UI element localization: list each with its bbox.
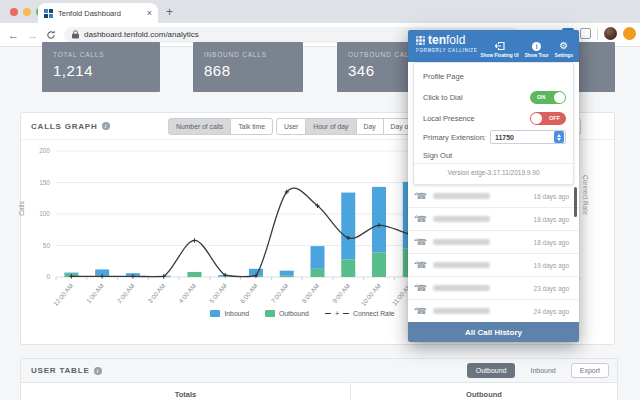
popup-scrollbar[interactable] <box>574 187 578 217</box>
svg-text:150: 150 <box>39 179 50 186</box>
tenfold-logo-icon <box>416 36 425 45</box>
user-table-column-headers: Totals Outbound <box>21 383 617 400</box>
redacted-phone-number <box>433 216 490 222</box>
inbound-swatch-icon <box>210 310 220 317</box>
svg-text:4:00 AM: 4:00 AM <box>177 282 197 304</box>
outbound-swatch-icon <box>265 310 275 317</box>
show-floating-ui-button[interactable]: Show Floating UI <box>481 41 519 59</box>
legend-connect-rate[interactable]: + Connect Rate <box>325 310 395 317</box>
svg-text:2:00 AM: 2:00 AM <box>115 282 135 304</box>
incoming-call-icon: ☎↙ <box>416 306 427 316</box>
popup-brand: tenfold FORMERLY CALLINIZE <box>416 33 477 59</box>
outbound-button[interactable]: Outbound <box>467 363 516 378</box>
tab-title: Tenfold Dashboard <box>58 9 147 18</box>
user-table-panel: USER TABLE i Outbound Inbound Export Tot… <box>20 358 618 400</box>
menu-divider <box>414 163 573 164</box>
incoming-call-icon: ☎↙ <box>416 214 427 224</box>
call-list-item[interactable]: ☎↙ 16 days ago <box>408 185 579 208</box>
incoming-call-icon: ☎↙ <box>416 237 427 247</box>
incoming-call-icon: ☎↙ <box>416 191 427 201</box>
svg-text:12:00 AM: 12:00 AM <box>52 282 74 307</box>
stat-value: 1,214 <box>53 62 149 79</box>
toolbar-divider <box>597 27 598 40</box>
user-table-title: USER TABLE <box>31 366 90 375</box>
popup-header: tenfold FORMERLY CALLINIZE Show Floating… <box>408 30 579 62</box>
svg-text:50: 50 <box>43 242 51 249</box>
settings-button[interactable]: ⚙ Settings <box>555 41 574 59</box>
local-presence-toggle[interactable]: OFF <box>530 112 566 125</box>
right-axis-label: Connect Rate <box>582 175 589 215</box>
y-axis-label: Calls <box>18 201 25 215</box>
stat-card-total-calls: TOTAL CALLS 1,214 <box>42 42 160 92</box>
click-to-dial-toggle[interactable]: ON <box>530 91 566 104</box>
call-list-item[interactable]: ☎↙ 19 days ago <box>408 254 579 277</box>
tenfold-extension-popup: tenfold FORMERLY CALLINIZE Show Floating… <box>408 30 579 342</box>
browser-window: Tenfold Dashboard × + ← → dashboard.tenf… <box>0 0 640 400</box>
svg-text:200: 200 <box>39 147 50 154</box>
lock-icon <box>72 30 79 39</box>
tab-close-icon[interactable]: × <box>147 9 152 18</box>
column-totals: Totals <box>21 383 351 400</box>
account-badge-icon[interactable] <box>623 27 636 40</box>
svg-text:100: 100 <box>39 210 50 217</box>
export-button[interactable]: Export <box>571 363 609 378</box>
version-text: Version edge-3.17.11/2019.9.90 <box>414 169 573 176</box>
info-icon: i <box>532 42 541 51</box>
svg-text:0: 0 <box>46 273 50 280</box>
window-minimize-button[interactable] <box>23 8 31 16</box>
all-call-history-button[interactable]: All Call History <box>408 322 579 342</box>
toggle-knob <box>531 113 542 124</box>
redacted-phone-number <box>433 239 490 245</box>
window-close-button[interactable] <box>10 8 18 16</box>
redacted-phone-number <box>433 308 490 314</box>
menu-item-primary-extension: Primary Extension: 11750 <box>423 129 566 145</box>
tenfold-favicon <box>44 9 53 18</box>
legend-inbound[interactable]: Inbound <box>210 310 249 317</box>
url-text: dashboard.tenfold.com/analytics <box>84 30 199 39</box>
menu-item-sign-out[interactable]: Sign Out <box>423 147 566 163</box>
call-list-item[interactable]: ☎↙ 23 days ago <box>408 277 579 300</box>
reload-icon[interactable] <box>46 30 56 40</box>
recent-calls-list: ☎↙ 16 days ago ☎↙ 18 days ago ☎↙ 18 days… <box>408 185 579 322</box>
menu-item-profile-page[interactable]: Profile Page <box>423 68 566 84</box>
line-marker-icon <box>325 313 331 314</box>
user-table-buttons: Outbound Inbound Export <box>467 363 609 378</box>
profile-avatar[interactable] <box>604 27 617 40</box>
new-tab-button[interactable]: + <box>166 5 173 19</box>
legend-outbound[interactable]: Outbound <box>265 310 309 317</box>
svg-text:1:00 AM: 1:00 AM <box>85 282 105 304</box>
stepper-icon[interactable] <box>554 131 564 143</box>
gear-icon: ⚙ <box>559 41 568 51</box>
forward-icon[interactable]: → <box>27 29 38 41</box>
menu-item-local-presence: Local Presence OFF <box>423 110 566 126</box>
back-icon[interactable]: ← <box>8 29 19 41</box>
browser-tab-strip: Tenfold Dashboard × + <box>0 0 640 23</box>
browser-tab[interactable]: Tenfold Dashboard × <box>38 3 158 23</box>
stat-label: TOTAL CALLS <box>53 51 149 58</box>
redacted-phone-number <box>433 193 490 199</box>
svg-text:3:00 AM: 3:00 AM <box>146 282 166 304</box>
info-icon[interactable]: i <box>94 367 102 375</box>
stat-card-inbound-calls: INBOUND CALLS 868 <box>193 42 303 92</box>
stat-label: INBOUND CALLS <box>204 51 292 58</box>
toggle-knob <box>554 92 565 103</box>
svg-text:6:00 AM: 6:00 AM <box>239 282 259 304</box>
svg-text:8:00 AM: 8:00 AM <box>300 282 320 304</box>
svg-text:9:00 AM: 9:00 AM <box>331 282 351 304</box>
svg-text:10:00 AM: 10:00 AM <box>359 282 381 307</box>
call-list-item[interactable]: ☎↙ 18 days ago <box>408 208 579 231</box>
popup-menu: Profile Page Click to Dial ON Local Pres… <box>413 62 574 185</box>
extension-icon[interactable] <box>580 28 591 39</box>
primary-extension-input[interactable]: 11750 <box>490 130 566 144</box>
svg-text:7:00 AM: 7:00 AM <box>269 282 289 304</box>
incoming-call-icon: ☎↙ <box>416 260 427 270</box>
menu-item-click-to-dial: Click to Dial ON <box>423 89 566 105</box>
inbound-button[interactable]: Inbound <box>521 363 564 378</box>
call-list-item[interactable]: ☎↙ 18 days ago <box>408 231 579 254</box>
svg-text:5:00 AM: 5:00 AM <box>208 282 228 304</box>
show-tour-button[interactable]: i Show Tour <box>525 42 549 59</box>
brand-subtitle: FORMERLY CALLINIZE <box>416 48 477 53</box>
call-list-item[interactable]: ☎↙ 24 days ago <box>408 300 579 322</box>
popup-actions: Show Floating UI i Show Tour ⚙ Settings <box>481 33 573 59</box>
exit-icon <box>494 41 505 51</box>
